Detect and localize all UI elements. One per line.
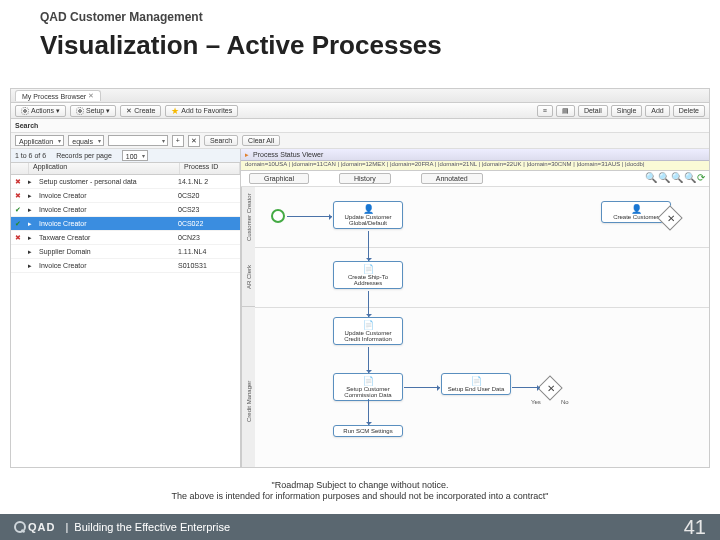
node-update-customer-global[interactable]: 👤Update Customer Global/Default: [333, 201, 403, 229]
row-code: 14.1.NL 2: [178, 178, 238, 185]
node-run-scm[interactable]: Run SCM Settings: [333, 425, 403, 437]
node-setup-commission[interactable]: 📄Setup Customer Commission Data: [333, 373, 403, 401]
status-icon: ✔: [13, 220, 23, 228]
footer-bar: QAD | Building the Effective Enterprise …: [0, 514, 720, 540]
col-process-id[interactable]: Process ID: [180, 163, 240, 174]
domain-bar: domain=10USA | |domain=11CAN | |domain=1…: [241, 161, 709, 171]
person-icon: 👤: [604, 204, 668, 214]
filter-field-select[interactable]: Application: [15, 135, 64, 146]
single-button[interactable]: Single: [611, 105, 642, 117]
lane-customer-creator: Customer Creator: [241, 187, 255, 247]
records-per-page-label: Records per page: [56, 152, 112, 159]
lane-credit-manager: Credit Manager: [241, 307, 255, 467]
person-icon: 👤: [336, 204, 400, 214]
expand-icon[interactable]: ▸: [25, 178, 35, 186]
close-icon[interactable]: ✕: [88, 92, 94, 100]
table-row[interactable]: ▸Invoice CreatorS010S31: [11, 259, 240, 273]
add-favorite-button[interactable]: ★Add to Favorites: [165, 105, 238, 117]
module-title: QAD Customer Management: [40, 10, 680, 24]
zoom-in-icon[interactable]: 🔍: [658, 172, 670, 183]
zoom-fit-icon[interactable]: 🔍: [671, 172, 683, 183]
tab-label: My Process Browser: [22, 93, 86, 100]
row-label: Supplier Domain: [37, 248, 176, 255]
status-icon: ✔: [13, 206, 23, 214]
create-button[interactable]: ✕ Create: [120, 105, 161, 117]
column-headers: Application Process ID: [11, 163, 240, 175]
result-rows: ✖▸Setup customer - personal data14.1.NL …: [11, 175, 240, 467]
start-event[interactable]: [271, 209, 285, 223]
add-filter-button[interactable]: +: [172, 135, 184, 147]
row-label: Invoice Creator: [37, 206, 176, 213]
row-label: Taxware Creator: [37, 234, 176, 241]
status-icon: ✖: [13, 234, 23, 242]
expand-icon[interactable]: ▸: [25, 262, 35, 270]
filter-op-select[interactable]: equals: [68, 135, 104, 146]
results-pane: 1 to 6 of 6 Records per page 100 Applica…: [11, 149, 241, 467]
actions-button[interactable]: Actions ▾: [15, 105, 66, 117]
add-button[interactable]: Add: [645, 105, 669, 117]
lane-ar-clerk: AR Clerk: [241, 247, 255, 307]
search-row: Search: [11, 119, 709, 133]
node-setup-enduser[interactable]: 📄Setup End User Data: [441, 373, 511, 395]
list-view-button[interactable]: ▤: [556, 105, 575, 117]
expand-icon[interactable]: ▸: [25, 192, 35, 200]
row-label: Setup customer - personal data: [37, 178, 176, 185]
gear-icon: [76, 107, 84, 115]
footer-sep: |: [65, 521, 68, 533]
expand-icon[interactable]: ▸: [25, 206, 35, 214]
table-row[interactable]: ✖▸Invoice Creator0CS20: [11, 189, 240, 203]
search-button[interactable]: Search: [204, 135, 238, 146]
table-row[interactable]: ✔▸Invoice Creator0CS23: [11, 203, 240, 217]
status-icon: ✖: [13, 192, 23, 200]
filter-value-select[interactable]: [108, 135, 168, 146]
grid-view-button[interactable]: ≡: [537, 105, 553, 117]
doc-icon: 📄: [336, 320, 400, 330]
tab-graphical[interactable]: Graphical: [249, 173, 309, 184]
doc-icon: 📄: [336, 376, 400, 386]
qad-logo: QAD: [14, 521, 59, 533]
record-count: 1 to 6 of 6: [15, 152, 46, 159]
col-application[interactable]: Application: [29, 163, 180, 174]
gear-icon: [21, 107, 29, 115]
zoom-reset-icon[interactable]: 🔍: [684, 172, 696, 183]
setup-button[interactable]: Setup ▾: [70, 105, 116, 117]
main-toolbar: Actions ▾ Setup ▾ ✕ Create ★Add to Favor…: [11, 103, 709, 119]
page-number: 41: [684, 516, 706, 539]
app-frame: My Process Browser ✕ Actions ▾ Setup ▾ ✕…: [10, 88, 710, 468]
row-label: Invoice Creator: [37, 220, 176, 227]
detail-button[interactable]: Detail: [578, 105, 608, 117]
refresh-icon[interactable]: ⟳: [697, 172, 705, 183]
table-row[interactable]: ▸Supplier Domain1.11.NL4: [11, 245, 240, 259]
diagram-toolbar: Graphical History Annotated 🔍 🔍 🔍 🔍 ⟳: [241, 171, 709, 187]
doc-icon: 📄: [444, 376, 508, 386]
delete-button[interactable]: Delete: [673, 105, 705, 117]
search-label: Search: [15, 122, 38, 129]
table-row[interactable]: ✖▸Taxware Creator0CN23: [11, 231, 240, 245]
bpmn-canvas[interactable]: Customer Creator AR Clerk Credit Manager…: [241, 187, 709, 467]
remove-filter-button[interactable]: ✕: [188, 135, 200, 147]
expand-icon[interactable]: ▸: [25, 220, 35, 228]
row-code: 0CS23: [178, 206, 238, 213]
tab-history[interactable]: History: [339, 173, 391, 184]
disclaimer: "Roadmap Subject to change without notic…: [0, 480, 720, 502]
records-per-page-select[interactable]: 100: [122, 150, 149, 161]
expand-icon[interactable]: ▸: [25, 234, 35, 242]
table-row[interactable]: ✖▸Setup customer - personal data14.1.NL …: [11, 175, 240, 189]
tab-process-browser[interactable]: My Process Browser ✕: [15, 90, 101, 101]
row-code: 0CS20: [178, 192, 238, 199]
status-icon: ✖: [13, 178, 23, 186]
expand-icon[interactable]: ▸: [25, 248, 35, 256]
node-update-credit[interactable]: 📄Update Customer Credit Information: [333, 317, 403, 345]
node-create-shipto[interactable]: 📄Create Ship-To Addresses: [333, 261, 403, 289]
diagram-pane: ▸Process Status Viewer domain=10USA | |d…: [241, 149, 709, 467]
star-icon: ★: [171, 107, 179, 115]
clear-all-button[interactable]: Clear All: [242, 135, 280, 146]
zoom-out-icon[interactable]: 🔍: [645, 172, 657, 183]
viewer-title: Process Status Viewer: [253, 151, 323, 158]
gw-no: No: [561, 399, 569, 405]
tab-annotated[interactable]: Annotated: [421, 173, 483, 184]
gw-yes: Yes: [531, 399, 541, 405]
table-row[interactable]: ✔▸Invoice Creator0CS022: [11, 217, 240, 231]
tab-bar: My Process Browser ✕: [11, 89, 709, 103]
row-code: S010S31: [178, 262, 238, 269]
